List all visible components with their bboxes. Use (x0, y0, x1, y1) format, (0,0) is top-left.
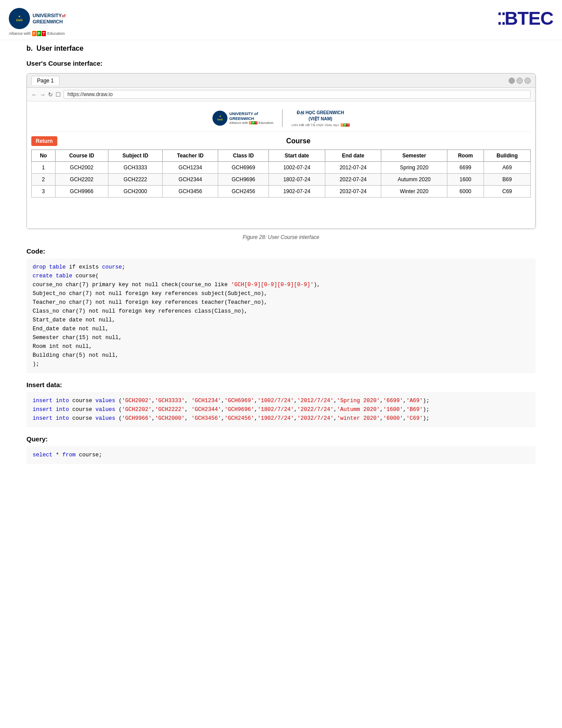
table-cell: GCH9696 (218, 174, 269, 186)
table-cell: Spring 2020 (381, 162, 447, 174)
btec-logo: ⁚⁚BTEC (497, 8, 553, 29)
inner-dai-hoc: ĐẠI HỌC GREENWICH (VIỆT NAM) (291, 110, 349, 122)
col-end-date: End date (325, 150, 381, 162)
fpt-logo: FPT (32, 31, 46, 36)
col-no: No (32, 150, 56, 162)
inner-divider (282, 109, 283, 127)
bottom-spacer (26, 472, 536, 507)
inner-page-header: ✦UoG UNIVERSITY ofGREENWICH Alliance wit… (31, 106, 531, 132)
inner-circle-icon: ✦UoG (212, 111, 227, 126)
table-cell: B69 (484, 174, 530, 186)
table-cell: 3 (32, 186, 56, 198)
table-cell: 1002-07-24 (269, 162, 325, 174)
table-cell: GCH9966 (55, 186, 108, 198)
col-room: Room (447, 150, 484, 162)
query-code-block: select * from course; (26, 446, 536, 464)
col-class-id: Class ID (218, 150, 269, 162)
table-cell: 2 (32, 174, 56, 186)
logo-left: ✦UoG UNIVERSITYof GREENWICH Alliance wit… (9, 8, 66, 36)
table-cell: GCH3333 (108, 162, 162, 174)
table-cell: 2032-07-24 (325, 186, 381, 198)
table-cell: GCH1234 (163, 162, 218, 174)
greenwich-circle-icon: ✦UoG (9, 8, 30, 29)
browser-addressbar: ← → ↻ ☐ https://www.draw.io (27, 88, 535, 101)
table-cell: GCH2222 (108, 174, 162, 186)
course-title: Course (66, 137, 531, 145)
inner-greenwich-logo: ✦UoG UNIVERSITY ofGREENWICH Alliance wit… (212, 111, 273, 126)
table-cell: C69 (484, 186, 530, 198)
browser-window-controls (509, 78, 531, 84)
figure-caption: Figure 28: User Course interface (26, 234, 536, 240)
insert-section-label: Insert data: (26, 381, 536, 388)
col-start-date: Start date (269, 150, 325, 162)
browser-body: ✦UoG UNIVERSITY ofGREENWICH Alliance wit… (27, 101, 535, 228)
table-header-row: No Course ID Subject ID Teacher ID Class… (32, 150, 531, 162)
table-cell: 2012-07-24 (325, 162, 381, 174)
table-head: No Course ID Subject ID Teacher ID Class… (32, 150, 531, 162)
address-bar[interactable]: https://www.draw.io (63, 90, 531, 99)
col-teacher-id: Teacher ID (163, 150, 218, 162)
section-b-heading: b. User interface (26, 45, 536, 52)
table-row: 1GCH2002GCH3333GCH1234GCH69691002-07-242… (32, 162, 531, 174)
table-cell: 6699 (447, 162, 484, 174)
section-b-prefix: b. (26, 45, 33, 52)
refresh-button[interactable]: ↻ (48, 91, 53, 98)
table-row: 3GCH9966GCH2000GCH3456GCH24561902-07-242… (32, 186, 531, 198)
query-section-label: Query: (26, 435, 536, 443)
browser-mockup: Page 1 ← → ↻ ☐ https://www.draw.io ✦UoG (26, 73, 536, 229)
table-cell: GCH3456 (163, 186, 218, 198)
return-button[interactable]: Return (31, 136, 57, 146)
table-cell: GCH2456 (218, 186, 269, 198)
table-cell: 1600 (447, 174, 484, 186)
table-cell: A69 (484, 162, 530, 174)
code-section-label: Code: (26, 247, 536, 255)
table-cell: Winter 2020 (381, 186, 447, 198)
inner-alliance-text: Liên kết với Tổ chức Giáo dục FPT (291, 123, 349, 127)
browser-titlebar: Page 1 (27, 74, 535, 88)
table-cell: 1802-07-24 (269, 174, 325, 186)
forward-button[interactable]: → (40, 91, 45, 98)
table-cell: GCH2002 (55, 162, 108, 174)
greenwich-text: UNIVERSITYof GREENWICH (33, 12, 66, 25)
col-course-id: Course ID (55, 150, 108, 162)
maximize-btn[interactable] (517, 78, 523, 84)
section-b-title: User interface (37, 45, 84, 52)
table-body: 1GCH2002GCH3333GCH1234GCH69691002-07-242… (32, 162, 531, 198)
close-btn[interactable] (525, 78, 531, 84)
greenwich-logo: ✦UoG UNIVERSITYof GREENWICH (9, 8, 66, 29)
course-header: Return Course (31, 136, 531, 146)
table-cell: 1 (32, 162, 56, 174)
col-subject-id: Subject ID (108, 150, 162, 162)
table-cell: GCH6969 (218, 162, 269, 174)
page-icon: ☐ (56, 91, 61, 98)
tab-label: Page 1 (37, 78, 54, 84)
col-semester: Semester (381, 150, 447, 162)
browser-empty-space (31, 198, 531, 224)
inner-logo-text: UNIVERSITY ofGREENWICH Alliance with FPT… (229, 112, 273, 125)
minimize-btn[interactable] (509, 78, 515, 84)
table-cell: GCH2000 (108, 186, 162, 198)
table-row: 2GCH2202GCH2222GCH2344GCH96961802-07-242… (32, 174, 531, 186)
inner-right-logo: ĐẠI HỌC GREENWICH (VIỆT NAM) Liên kết vớ… (291, 110, 349, 127)
col-building: Building (484, 150, 530, 162)
table-cell: Autumm 2020 (381, 174, 447, 186)
browser-tab[interactable]: Page 1 (31, 76, 60, 85)
code-block: drop table if exists course; create tabl… (26, 258, 536, 373)
sub-heading: User's Course interface: (26, 60, 536, 67)
table-cell: 1902-07-24 (269, 186, 325, 198)
back-button[interactable]: ← (31, 91, 37, 98)
table-cell: GCH2344 (163, 174, 218, 186)
table-cell: 2022-07-24 (325, 174, 381, 186)
course-table: No Course ID Subject ID Teacher ID Class… (31, 149, 531, 198)
main-content: b. User interface User's Course interfac… (0, 45, 562, 507)
table-cell: GCH2202 (55, 174, 108, 186)
alliance-text: Alliance with FPT Education (9, 31, 65, 36)
insert-code-block: insert into course values ('GCH2002','GC… (26, 392, 536, 427)
page-header: ✦UoG UNIVERSITYof GREENWICH Alliance wit… (0, 4, 562, 40)
table-cell: 6000 (447, 186, 484, 198)
